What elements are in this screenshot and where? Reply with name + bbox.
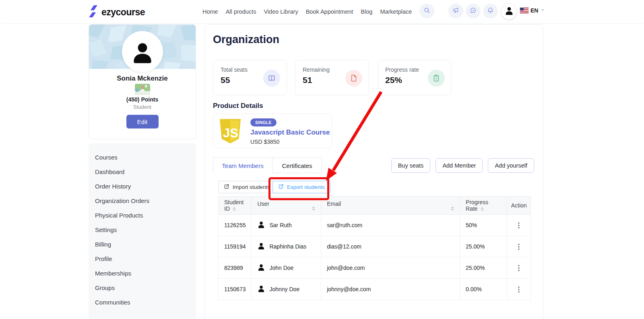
javascript-logo-icon: JS <box>219 118 242 146</box>
member-avatar-icon <box>257 242 265 251</box>
table-header-row: Student ID User Email Progress Rate Acti… <box>219 197 531 215</box>
cell-student-id: 1159194 <box>219 236 252 257</box>
clipboard-icon: ? <box>428 70 445 87</box>
sidebar-item-order-history[interactable]: Order History <box>89 179 196 194</box>
sidebar-item-organization-orders[interactable]: Organization Orders <box>89 194 196 208</box>
header-progress-rate[interactable]: Progress Rate <box>460 197 507 215</box>
sidebar-item-communities[interactable]: Communities <box>89 295 196 310</box>
row-menu-button[interactable]: ⋮ <box>515 286 522 293</box>
product-price: USD $3850 <box>250 139 279 145</box>
row-menu-button[interactable]: ⋮ <box>515 222 522 229</box>
sidebar-item-courses[interactable]: Courses <box>89 150 196 165</box>
import-icon <box>224 184 229 191</box>
export-icon <box>278 184 284 191</box>
sidebar-item-dashboard[interactable]: Dashboard <box>89 165 196 179</box>
nav-home[interactable]: Home <box>202 8 218 15</box>
row-menu-button[interactable]: ⋮ <box>515 243 522 251</box>
sidebar-item-billing[interactable]: Billing <box>89 237 196 252</box>
sidebar-item-settings[interactable]: Settings <box>89 223 196 237</box>
bell-icon <box>487 7 494 15</box>
sort-icon[interactable] <box>312 207 315 211</box>
page-title: Organization <box>213 33 279 46</box>
import-students-button[interactable]: Import students <box>218 181 276 193</box>
language-code: EN <box>530 7 538 14</box>
nav-video-library[interactable]: Video Library <box>264 8 298 15</box>
svg-text:JS: JS <box>223 126 238 140</box>
sort-icon[interactable] <box>451 207 454 211</box>
svg-text:?: ? <box>436 77 437 81</box>
cell-progress: 0.00% <box>460 279 507 300</box>
brand-logo[interactable]: ezycourse <box>88 5 145 19</box>
sidebar-item-physical-products[interactable]: Physical Products <box>89 208 196 223</box>
stat-label: Total seats <box>221 66 248 73</box>
sidebar-item-memberships[interactable]: Memberships <box>89 266 196 281</box>
header-student-id[interactable]: Student ID <box>219 197 252 215</box>
cell-student-id: 1126255 <box>219 215 252 236</box>
member-name: Raphinha Dias <box>269 243 306 250</box>
nav-book-appointment[interactable]: Book Appointment <box>306 8 353 15</box>
profile-role: Student <box>89 104 196 110</box>
member-avatar-icon <box>257 263 265 273</box>
stat-value: 25% <box>385 75 402 85</box>
logo-icon <box>88 5 99 19</box>
product-title-link[interactable]: Javascript Basic Course <box>250 128 330 137</box>
sidebar-item-groups[interactable]: Groups <box>89 281 196 295</box>
cell-user: Raphinha Dias <box>252 236 321 257</box>
notifications-button[interactable] <box>483 4 498 19</box>
user-avatar[interactable] <box>501 3 517 20</box>
add-yourself-button[interactable]: Add yourself <box>488 158 534 173</box>
member-name: Johnny Doe <box>269 286 299 292</box>
cell-action: ⋮ <box>507 236 531 257</box>
announcements-button[interactable] <box>448 4 463 19</box>
stat-card-remaining: Remaining 51 <box>295 60 369 95</box>
nav-marketplace[interactable]: Marketplace <box>380 8 412 15</box>
stat-card-progress-rate: Progress rate 25% ? <box>378 60 452 95</box>
book-icon <box>263 70 280 87</box>
table-row: 1150673 Johnny Doe johnny@doe.com 0.00% … <box>219 279 531 300</box>
header-action: Action <box>507 197 531 215</box>
tab-bar: Team Members Certificates <box>213 157 322 173</box>
table-row: 823989 John Doe john@doe.com 25.00% ⋮ <box>219 257 531 279</box>
cell-email: johnny@doe.com <box>321 279 460 300</box>
nav-blog[interactable]: Blog <box>361 8 372 15</box>
member-avatar-icon <box>257 285 265 294</box>
edit-profile-button[interactable]: Edit <box>126 115 159 128</box>
points-badge-image <box>135 84 150 95</box>
member-name: John Doe <box>269 265 293 271</box>
action-buttons: Buy seats Add Member Add yourself <box>391 158 534 173</box>
cell-user: Johnny Doe <box>252 279 321 300</box>
top-navbar: ezycourse Home All products Video Librar… <box>0 0 644 23</box>
header-email[interactable]: Email <box>321 197 460 215</box>
search-icon <box>423 7 430 15</box>
sort-icon[interactable] <box>233 207 236 211</box>
tab-certificates[interactable]: Certificates <box>272 157 322 173</box>
stat-value: 55 <box>221 75 230 85</box>
row-menu-button[interactable]: ⋮ <box>515 264 522 272</box>
page: ezycourse Home All products Video Librar… <box>0 0 644 319</box>
sidebar-item-profile[interactable]: Profile <box>89 252 196 266</box>
buy-seats-button[interactable]: Buy seats <box>391 158 431 173</box>
header-user[interactable]: User <box>252 197 321 215</box>
member-name: Sar Ruth <box>269 222 291 228</box>
language-selector[interactable]: EN <box>520 7 545 14</box>
chat-icon <box>470 7 477 15</box>
profile-points: (450) Points <box>89 96 196 103</box>
cell-progress: 25.00% <box>460 236 507 257</box>
profile-avatar[interactable] <box>122 31 163 72</box>
nav-all-products[interactable]: All products <box>226 8 256 15</box>
messages-button[interactable] <box>466 4 481 19</box>
team-members-table: Student ID User Email Progress Rate Acti… <box>218 196 531 300</box>
import-students-label: Import students <box>233 184 270 190</box>
add-member-button[interactable]: Add Member <box>436 158 483 173</box>
tab-team-members[interactable]: Team Members <box>213 157 272 173</box>
sort-icon[interactable] <box>481 207 484 211</box>
cell-progress: 50% <box>460 215 507 236</box>
cell-student-id: 823989 <box>219 257 252 279</box>
product-type-badge: SINGLE <box>250 118 277 126</box>
chevron-down-icon <box>540 7 545 14</box>
cell-user: John Doe <box>252 257 321 279</box>
search-button[interactable] <box>419 4 434 19</box>
member-avatar-icon <box>257 221 265 230</box>
stat-label: Remaining <box>303 66 330 73</box>
export-students-button[interactable]: Export students <box>272 181 330 193</box>
